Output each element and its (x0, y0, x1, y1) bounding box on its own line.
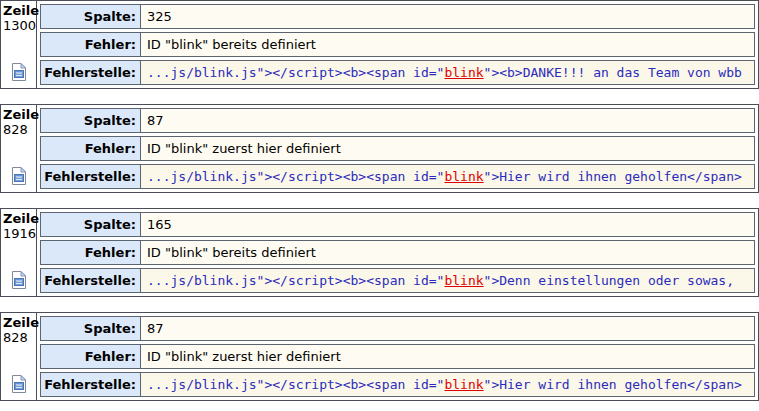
error-detail-rows: Spalte: 87 Fehler: ID "blink" zuerst hie… (37, 105, 758, 192)
error-location-label: Fehlerstelle: (41, 165, 141, 188)
code-snippet: ...js/blink.js"></script><b><span id="bl… (141, 165, 754, 188)
error-location-label: Fehlerstelle: (41, 373, 141, 396)
line-cell: Zeile 1916 (1, 209, 37, 296)
line-label: Zeile (3, 107, 35, 122)
code-snippet: ...js/blink.js"></script><b><span id="bl… (141, 373, 754, 396)
error-entry: Zeile 1300 Spalte: 325 Fehler: ID "blink… (0, 0, 759, 89)
column-value: 87 (141, 109, 754, 132)
code-suffix: ">Denn einstellungen oder sowas, (484, 273, 734, 288)
error-entry: Zeile 1916 Spalte: 165 Fehler: ID "blink… (0, 208, 759, 297)
error-row: Fehler: ID "blink" zuerst hier definiert (40, 344, 755, 369)
error-detail-rows: Spalte: 325 Fehler: ID "blink" bereits d… (37, 1, 758, 88)
error-message: ID "blink" zuerst hier definiert (141, 345, 754, 368)
error-message: ID "blink" bereits definiert (141, 241, 754, 264)
code-prefix: ...js/blink.js"></script><b><span id=" (147, 377, 444, 392)
error-label: Fehler: (41, 241, 141, 264)
code-snippet: ...js/blink.js"></script><b><span id="bl… (141, 61, 754, 84)
error-entry: Zeile 828 Spalte: 87 Fehler: ID "blink" … (0, 312, 759, 401)
code-highlight: blink (444, 377, 483, 392)
error-message: ID "blink" zuerst hier definiert (141, 137, 754, 160)
error-row: Fehler: ID "blink" zuerst hier definiert (40, 136, 755, 161)
document-icon[interactable] (11, 166, 27, 186)
column-row: Spalte: 325 (40, 4, 755, 29)
spacer (3, 241, 35, 270)
line-cell: Zeile 1300 (1, 1, 37, 88)
code-highlight: blink (444, 273, 483, 288)
error-entry: Zeile 828 Spalte: 87 Fehler: ID "blink" … (0, 104, 759, 193)
code-suffix: "><b>DANKE!!! an das Team von wbb (484, 65, 742, 80)
code-prefix: ...js/blink.js"></script><b><span id=" (147, 273, 444, 288)
code-highlight: blink (444, 65, 483, 80)
code-prefix: ...js/blink.js"></script><b><span id=" (147, 65, 444, 80)
spacer (3, 137, 35, 166)
column-value: 165 (141, 213, 754, 236)
error-detail-rows: Spalte: 165 Fehler: ID "blink" bereits d… (37, 209, 758, 296)
document-icon[interactable] (11, 62, 27, 82)
error-label: Fehler: (41, 33, 141, 56)
code-suffix: ">Hier wird ihnen geholfen</span> (484, 169, 742, 184)
code-snippet: ...js/blink.js"></script><b><span id="bl… (141, 269, 754, 292)
line-label: Zeile (3, 3, 35, 18)
error-location-label: Fehlerstelle: (41, 61, 141, 84)
column-value: 325 (141, 5, 754, 28)
column-row: Spalte: 87 (40, 316, 755, 341)
line-number: 828 (3, 122, 35, 137)
column-value: 87 (141, 317, 754, 340)
error-location-row: Fehlerstelle: ...js/blink.js"></script><… (40, 164, 755, 189)
error-location-row: Fehlerstelle: ...js/blink.js"></script><… (40, 60, 755, 85)
code-suffix: ">Hier wird ihnen geholfen</span> (484, 377, 742, 392)
document-icon[interactable] (11, 270, 27, 290)
line-number: 828 (3, 330, 35, 345)
code-highlight: blink (444, 169, 483, 184)
error-label: Fehler: (41, 345, 141, 368)
line-number: 1300 (3, 18, 35, 33)
document-icon[interactable] (11, 374, 27, 394)
column-label: Spalte: (41, 109, 141, 132)
error-location-row: Fehlerstelle: ...js/blink.js"></script><… (40, 372, 755, 397)
spacer (3, 33, 35, 62)
column-row: Spalte: 165 (40, 212, 755, 237)
spacer (3, 345, 35, 374)
error-location-row: Fehlerstelle: ...js/blink.js"></script><… (40, 268, 755, 293)
error-label: Fehler: (41, 137, 141, 160)
error-row: Fehler: ID "blink" bereits definiert (40, 240, 755, 265)
validator-error-report: Zeile 1300 Spalte: 325 Fehler: ID "blink… (0, 0, 759, 401)
error-detail-rows: Spalte: 87 Fehler: ID "blink" zuerst hie… (37, 313, 758, 400)
error-row: Fehler: ID "blink" bereits definiert (40, 32, 755, 57)
column-label: Spalte: (41, 213, 141, 236)
column-row: Spalte: 87 (40, 108, 755, 133)
line-label: Zeile (3, 211, 35, 226)
column-label: Spalte: (41, 317, 141, 340)
line-cell: Zeile 828 (1, 105, 37, 192)
column-label: Spalte: (41, 5, 141, 28)
line-cell: Zeile 828 (1, 313, 37, 400)
line-number: 1916 (3, 226, 35, 241)
code-prefix: ...js/blink.js"></script><b><span id=" (147, 169, 444, 184)
error-location-label: Fehlerstelle: (41, 269, 141, 292)
error-message: ID "blink" bereits definiert (141, 33, 754, 56)
line-label: Zeile (3, 315, 35, 330)
